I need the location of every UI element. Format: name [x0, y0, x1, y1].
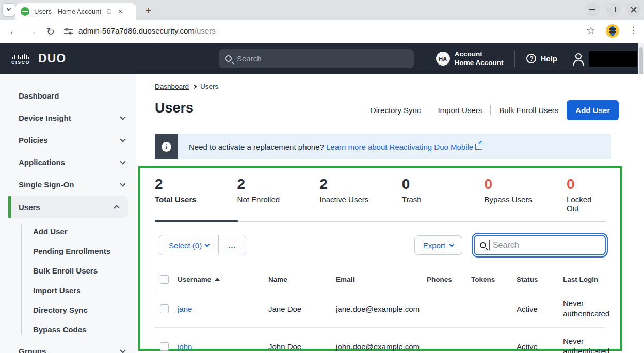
cell-last-login: Never authenticated [563, 336, 613, 353]
search-icon [225, 55, 232, 62]
reload-button[interactable]: ↻ [43, 24, 58, 39]
column-last-login[interactable]: Last Login [563, 276, 606, 283]
help-button[interactable]: ? Help [526, 54, 557, 63]
url-domain: admin-567a7d86.duosecurity.com [78, 26, 195, 35]
new-tab-button[interactable]: + [141, 4, 155, 18]
global-search-input[interactable] [237, 54, 408, 63]
tab-search-button[interactable] [3, 4, 15, 16]
select-all-checkbox[interactable] [160, 275, 169, 284]
users-table: Username Name Email Phones Tokens Status… [155, 269, 606, 353]
sidebar-item-policies[interactable]: Policies [0, 129, 136, 151]
user-stats-tabs: 2 Total Users 2 Not Enrolled 2 Inactive … [155, 176, 606, 213]
browser-tab-strip: Users - Home Account - D × + [0, 0, 644, 20]
stat-bypass-users[interactable]: 0 Bypass Users [484, 176, 567, 213]
duo-favicon-icon [21, 7, 29, 16]
chevron-down-icon [120, 158, 125, 164]
info-icon: i [162, 142, 171, 152]
active-tab-indicator [155, 220, 238, 222]
cell-email: john.doe@example.com [336, 342, 427, 351]
chevron-up-icon [114, 205, 119, 211]
breadcrumb-dashboard-link[interactable]: Dashboard [155, 83, 189, 90]
chevron-down-icon [449, 242, 455, 247]
cell-email: jane.doe@example.com [336, 304, 427, 313]
table-header-row: Username Name Email Phones Tokens Status… [155, 269, 606, 290]
column-email[interactable]: Email [336, 276, 427, 283]
row-checkbox[interactable] [160, 304, 169, 313]
account-name: Home Account [455, 59, 504, 68]
page-title: Users [155, 100, 194, 116]
cell-status: Active [517, 304, 563, 313]
reactivate-duo-mobile-link[interactable]: Learn more about Reactivating Duo Mobile [326, 142, 473, 151]
help-icon: ? [526, 54, 536, 63]
cell-last-login: Never authenticated [563, 298, 613, 319]
page-actions: Directory Sync Import Users Bulk Enroll … [371, 100, 619, 120]
search-icon [480, 242, 486, 248]
sidebar-item-single-sign-on[interactable]: Single Sign-On [0, 173, 136, 196]
chevron-down-icon [120, 347, 125, 353]
username-link[interactable]: john [178, 342, 192, 351]
chevron-down-icon [120, 181, 125, 186]
import-users-link[interactable]: Import Users [438, 106, 482, 115]
column-phones[interactable]: Phones [427, 276, 471, 283]
submenu-rail [21, 224, 22, 335]
sidebar-item-device-insight[interactable]: Device Insight [0, 107, 136, 129]
bulk-enroll-users-link[interactable]: Bulk Enroll Users [499, 106, 558, 115]
back-button[interactable]: ← [6, 24, 21, 39]
stat-not-enrolled[interactable]: 2 Not Enrolled [237, 176, 320, 213]
username-link[interactable]: jane [178, 304, 192, 313]
select-dropdown-button[interactable]: Select (0) [159, 235, 218, 255]
cell-name: John Doe [268, 342, 336, 351]
close-button[interactable] [626, 3, 641, 17]
cell-name: Jane Doe [268, 304, 336, 313]
browser-profile-avatar[interactable] [606, 24, 619, 38]
url-bar[interactable]: admin-567a7d86.duosecurity.com/users [78, 26, 216, 35]
sidebar-nav: Dashboard Device Insight Policies Applic… [0, 74, 136, 353]
account-avatar[interactable]: HA [436, 52, 450, 66]
account-switcher[interactable]: Account Home Account [455, 50, 504, 68]
url-path: /users [195, 26, 216, 35]
chevron-down-icon [120, 114, 125, 120]
column-status[interactable]: Status [517, 276, 563, 283]
more-actions-button[interactable]: ... [218, 235, 246, 255]
banner-text: Need to activate a replacement phone? [189, 142, 324, 151]
duo-logo: DUO [38, 53, 66, 65]
browser-menu-icon[interactable]: ⋮ [629, 25, 638, 36]
sidebar-item-users[interactable]: Users [8, 196, 128, 218]
global-search[interactable] [219, 49, 414, 68]
sort-ascending-icon [215, 278, 220, 281]
browser-tab[interactable]: Users - Home Account - D × [15, 3, 136, 20]
text-cursor [489, 240, 490, 250]
minimize-button[interactable] [585, 3, 600, 17]
sidebar-item-applications[interactable]: Applications [0, 151, 136, 173]
stat-inactive-users[interactable]: 2 Inactive Users [319, 176, 402, 213]
bookmark-star-icon[interactable]: ☆ [586, 24, 595, 37]
maximize-button[interactable] [606, 3, 620, 17]
ellipsis-icon: ... [228, 241, 236, 250]
cisco-logo-icon: CISCO [11, 53, 30, 65]
stat-locked-out[interactable]: 0 Locked Out [567, 176, 606, 213]
column-username[interactable]: Username [178, 276, 268, 283]
tab-close-icon[interactable]: × [116, 7, 125, 16]
stat-trash[interactable]: 0 Trash [402, 176, 485, 213]
column-name[interactable]: Name [268, 276, 336, 283]
table-search[interactable] [474, 235, 606, 255]
stats-tab-underline [155, 220, 606, 222]
info-banner: i Need to activate a replacement phone? … [155, 134, 611, 159]
user-profile-icon[interactable] [572, 52, 585, 66]
column-tokens[interactable]: Tokens [471, 276, 517, 283]
forward-button[interactable]: → [25, 24, 39, 39]
directory-sync-link[interactable]: Directory Sync [371, 106, 421, 115]
site-info-icon[interactable] [64, 27, 73, 35]
row-checkbox[interactable] [160, 342, 169, 351]
window-controls [585, 3, 641, 17]
tab-title: Users - Home Account - D [34, 8, 116, 15]
sidebar-item-groups[interactable]: Groups [0, 340, 136, 353]
chevron-down-icon [7, 7, 11, 11]
table-search-input[interactable] [493, 240, 600, 250]
chevron-down-icon [120, 136, 125, 142]
export-button[interactable]: Export [414, 235, 462, 255]
external-link-icon [475, 144, 481, 150]
stat-total-users[interactable]: 2 Total Users [155, 176, 237, 213]
sidebar-item-dashboard[interactable]: Dashboard [0, 85, 136, 107]
add-user-button[interactable]: Add User [567, 100, 619, 120]
